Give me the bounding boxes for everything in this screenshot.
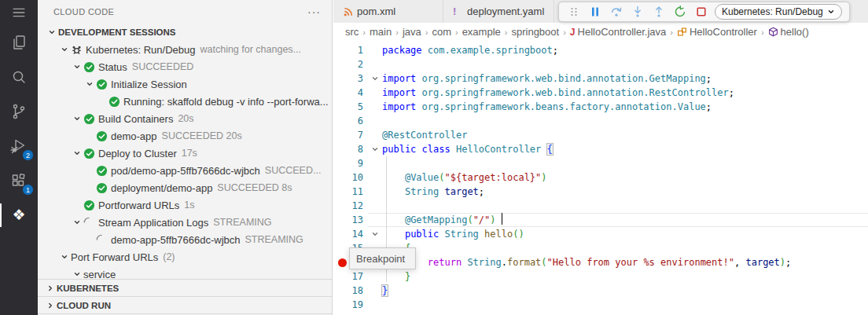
tab-label: deployment.yaml (467, 5, 544, 17)
tree-item[interactable]: Portforward URLs1s (38, 196, 332, 214)
code-text: @RestController (382, 128, 467, 142)
step-over-button[interactable] (609, 4, 624, 20)
tree-item[interactable]: demo-app-5ffb7666dc-wjbchSTREAMING (38, 231, 332, 248)
breadcrumb-item[interactable]: java (403, 26, 421, 38)
code-token (479, 229, 484, 240)
line-number[interactable]: 13 (333, 213, 368, 227)
code-line-11[interactable]: 11 String target; (333, 185, 868, 199)
tree-item[interactable]: pod/demo-app-5ffb7666dc-wjbchSUCCEED... (38, 162, 332, 179)
tree-item[interactable]: Initialize Session (38, 75, 332, 93)
tree-item[interactable]: demo-appSUCCEEDED 20s (38, 127, 332, 145)
line-number[interactable]: 12 (333, 199, 368, 213)
breadcrumb-item[interactable]: HelloController (677, 26, 757, 38)
line-number[interactable]: 8 (333, 142, 368, 156)
breadcrumb-item[interactable]: hello() (768, 26, 809, 38)
sidebar-section-kubernetes[interactable]: KUBERNETES (38, 279, 332, 296)
tree-item[interactable]: DEVELOPMENT SESSIONS (38, 24, 332, 41)
breakpoint-icon[interactable] (338, 258, 347, 267)
line-body: @Value("${target:local}") (368, 170, 868, 185)
line-number[interactable]: 19 (333, 298, 368, 312)
launch-config-dropdown[interactable]: Kubernetes: Run/Debug (715, 4, 842, 20)
code-line-8[interactable]: 8public class HelloController { (333, 142, 868, 156)
tree-item-label: Initialize Session (111, 79, 187, 90)
line-number[interactable]: 17 (333, 269, 368, 284)
code-line-5[interactable]: 5import org.springframework.beans.factor… (333, 100, 868, 114)
code-line-13[interactable]: 13 @GetMapping("/") (333, 213, 868, 227)
code-token: String (445, 229, 479, 240)
stop-button[interactable] (693, 4, 709, 20)
line-number[interactable]: 11 (333, 185, 368, 199)
tree-item[interactable]: service (38, 266, 332, 279)
code-token: "/" (473, 214, 491, 225)
breadcrumb-item[interactable]: JHelloController.java (570, 26, 666, 38)
activitybar-explorer-button[interactable] (0, 25, 38, 60)
fold-chevron-icon[interactable] (368, 71, 382, 86)
tree-item[interactable]: deployment/demo-appSUCCEEDED 8s (38, 179, 332, 196)
fold-chevron-icon[interactable] (368, 227, 382, 241)
breadcrumb-separator: › (425, 27, 428, 37)
section-label: CLOUD RUN (57, 301, 111, 310)
line-body: @GetMapping("/") (368, 213, 868, 227)
code-line-12[interactable]: 12 (333, 199, 868, 213)
line-number[interactable]: 7 (333, 128, 368, 142)
line-number[interactable]: 4 (333, 86, 368, 100)
line-number[interactable]: 3 (333, 71, 368, 86)
more-actions-icon[interactable]: ··· (307, 5, 321, 18)
fold-chevron-icon[interactable] (368, 142, 382, 156)
line-number[interactable]: 6 (333, 114, 368, 128)
tab-pom.xml[interactable]: pom.xml (333, 0, 443, 23)
line-number[interactable]: 1 (333, 43, 368, 57)
code-editor[interactable]: 1package com.example.springboot;23import… (333, 41, 868, 315)
symbol-class-icon (677, 27, 687, 37)
code-line-2[interactable]: 2 (333, 57, 868, 71)
tree-item[interactable]: Stream Application LogsSTREAMING (38, 214, 332, 231)
code-line-3[interactable]: 3import org.springframework.web.bind.ann… (333, 71, 868, 86)
line-body: package com.example.springboot; (368, 43, 868, 57)
line-number[interactable]: 9 (333, 156, 368, 170)
breadcrumb-item[interactable]: main (370, 26, 392, 38)
tree-item[interactable]: Deploy to Cluster17s (38, 145, 332, 162)
line-number[interactable]: 2 (333, 57, 368, 71)
code-line-6[interactable]: 6 (333, 114, 868, 128)
tree-item[interactable]: StatusSUCCEEDED (38, 58, 332, 75)
code-line-4[interactable]: 4import org.springframework.web.bind.ann… (333, 86, 868, 100)
code-token: String (467, 257, 501, 268)
tree-item[interactable]: Running: skaffold debug -v info --port-f… (38, 93, 332, 110)
drag-handle[interactable] (566, 4, 582, 20)
tab-deployment.yaml[interactable]: !deployment.yaml (443, 0, 554, 23)
code-line-1[interactable]: 1package com.example.springboot; (333, 43, 868, 57)
step-into-button[interactable] (630, 4, 645, 20)
activitybar-source-control-button[interactable] (0, 94, 38, 129)
tree-item[interactable]: Port Forward URLs(2) (38, 248, 332, 266)
activitybar-menu-button[interactable] (0, 0, 38, 25)
breadcrumb-item[interactable]: src (345, 26, 359, 38)
breadcrumb-item[interactable]: com (432, 26, 451, 38)
code-line-18[interactable]: 18} (333, 284, 868, 298)
tree-item[interactable]: Kubernetes: Run/Debugwatching for change… (38, 41, 332, 58)
breadcrumb-item[interactable]: springboot (511, 26, 559, 38)
sidebar-section-cloud-run[interactable]: CLOUD RUN (38, 296, 332, 313)
tree-item-description: 1s (184, 200, 194, 211)
line-number[interactable]: 18 (333, 284, 368, 298)
activitybar-cloud-code-button[interactable]: ❖ (0, 198, 38, 233)
activitybar-run-debug-button[interactable]: 2 (0, 129, 38, 163)
code-text: import org.springframework.beans.factory… (382, 100, 712, 114)
step-out-button[interactable] (651, 4, 667, 20)
activitybar-extensions-button[interactable]: 1 (0, 163, 38, 198)
code-line-7[interactable]: 7@RestController (333, 128, 868, 142)
code-line-19[interactable]: 19 (333, 298, 868, 312)
breadcrumb-item[interactable]: example (462, 26, 501, 38)
code-line-14[interactable]: 14 public String hello() (333, 227, 868, 241)
line-number[interactable]: 10 (333, 170, 368, 185)
line-number[interactable]: 5 (333, 100, 368, 114)
code-line-9[interactable]: 9 (333, 156, 868, 170)
restart-button[interactable] (672, 4, 688, 20)
activitybar-search-button[interactable] (0, 60, 38, 94)
line-number[interactable]: 14 (333, 227, 368, 241)
tree-item[interactable]: Build Containers20s (38, 110, 332, 127)
code-text: @GetMapping("/") (382, 213, 502, 227)
code-line-17[interactable]: 17 } (333, 269, 868, 284)
tree-item-label: Kubernetes: Run/Debug (86, 44, 195, 56)
pause-button[interactable] (587, 4, 603, 20)
code-line-10[interactable]: 10 @Value("${target:local}") (333, 170, 868, 185)
